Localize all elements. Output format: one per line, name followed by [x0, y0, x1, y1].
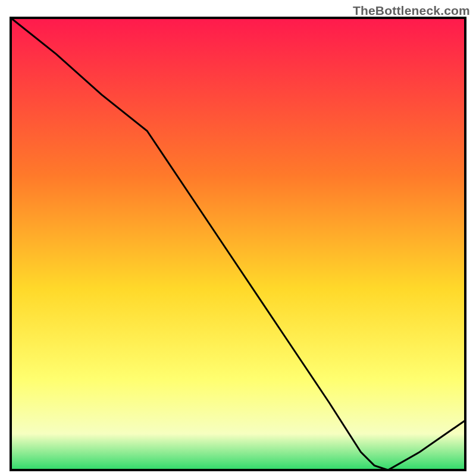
bottleneck-chart	[0, 0, 476, 476]
attribution-text: TheBottleneck.com	[353, 4, 470, 18]
plot-background	[11, 18, 465, 470]
